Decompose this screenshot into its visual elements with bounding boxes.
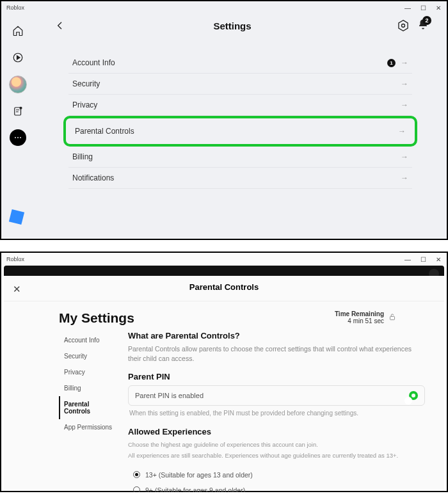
page-header: Settings 2: [35, 18, 447, 33]
my-settings-heading: My Settings: [59, 310, 134, 326]
maximize-button[interactable]: ☐: [420, 256, 426, 262]
row-privacy[interactable]: Privacy →: [68, 95, 412, 116]
tab-account-info[interactable]: Account Info: [59, 332, 120, 348]
settings-list: Account Info 1→ Security → Privacy → Par…: [68, 52, 412, 189]
more-icon[interactable]: ⋯: [10, 129, 26, 146]
back-button[interactable]: [52, 18, 68, 33]
robux-icon[interactable]: [397, 19, 410, 32]
tab-parental-controls[interactable]: Parental Controls: [59, 396, 120, 419]
panel: What are Parental Controls? Parental Con…: [128, 331, 425, 492]
chevron-right-icon: →: [401, 79, 408, 88]
section-parent-pin: Parent PIN: [128, 372, 425, 381]
row-parental-controls[interactable]: Parental Controls →: [71, 121, 410, 141]
left-nav-rail: ⋯: [1, 14, 35, 146]
count-badge: 1: [387, 59, 396, 67]
radio-13plus[interactable]: 13+ (Suitable for ages 13 and older): [133, 467, 425, 483]
window-controls: — ☐ ✕: [404, 4, 442, 11]
highlight-toggle: [409, 391, 418, 400]
app-name: Roblox: [6, 4, 24, 11]
row-billing[interactable]: Billing →: [68, 147, 412, 168]
lock-icon: [388, 312, 397, 323]
modal: ✕ Parental Controls My Settings Time Rem…: [4, 276, 444, 491]
avatar[interactable]: [9, 76, 27, 93]
chevron-right-icon: →: [401, 58, 408, 67]
close-button[interactable]: ✕: [435, 4, 442, 11]
parental-controls-window: Roblox — ☐ ✕ ✕ Parental Controls My Sett…: [0, 252, 448, 492]
row-account-info[interactable]: Account Info 1→: [68, 52, 412, 74]
maximize-button[interactable]: ☐: [420, 4, 426, 11]
settings-tabs: Account Info Security Privacy Billing Pa…: [59, 331, 120, 492]
page-title: Settings: [68, 20, 397, 31]
home-icon[interactable]: [9, 22, 27, 40]
blue-tag-icon: [9, 209, 24, 225]
parent-pin-row: Parent PIN is enabled: [128, 385, 425, 406]
section-what-are: What are Parental Controls?: [128, 331, 425, 340]
titlebar: Roblox — ☐ ✕: [1, 253, 447, 266]
settings-window: Roblox — ☐ ✕ ⋯ Settings: [0, 0, 448, 240]
chevron-right-icon: →: [401, 100, 408, 109]
svg-point-2: [20, 107, 22, 109]
close-icon[interactable]: ✕: [13, 284, 21, 295]
modal-title: Parental Controls: [4, 276, 444, 301]
section-allowed-experiences: Allowed Experiences: [128, 427, 425, 436]
svg-point-3: [402, 24, 405, 28]
row-notifications[interactable]: Notifications →: [68, 168, 412, 189]
minimize-button[interactable]: —: [404, 4, 411, 11]
tab-security[interactable]: Security: [59, 348, 120, 364]
close-button[interactable]: ✕: [435, 256, 442, 262]
notifications-button[interactable]: 2: [417, 19, 429, 33]
window-controls: — ☐ ✕: [404, 256, 442, 262]
tab-billing[interactable]: Billing: [59, 380, 120, 396]
app-name: Roblox: [6, 256, 24, 262]
titlebar: Roblox — ☐ ✕: [1, 1, 447, 14]
notes-icon[interactable]: [9, 102, 27, 120]
minimize-button[interactable]: —: [404, 256, 411, 262]
chevron-right-icon: →: [401, 152, 408, 161]
chevron-right-icon: →: [398, 127, 406, 136]
notification-badge: 2: [422, 16, 431, 25]
tab-app-permissions[interactable]: App Permissions: [59, 419, 120, 435]
highlight-parental-controls: Parental Controls →: [63, 116, 417, 147]
chevron-right-icon: →: [401, 173, 408, 182]
play-icon[interactable]: [9, 49, 27, 67]
radio-icon: [133, 471, 140, 478]
svg-rect-4: [390, 316, 395, 319]
row-security[interactable]: Security →: [68, 74, 412, 95]
radio-icon: [133, 486, 140, 492]
radio-9plus[interactable]: 9+ (Suitable for ages 9 and older): [133, 483, 425, 492]
time-remaining: Time Remaining 4 min 51 sec: [335, 310, 397, 324]
age-radio-group: 13+ (Suitable for ages 13 and older) 9+ …: [128, 467, 425, 492]
tab-privacy[interactable]: Privacy: [59, 364, 120, 380]
